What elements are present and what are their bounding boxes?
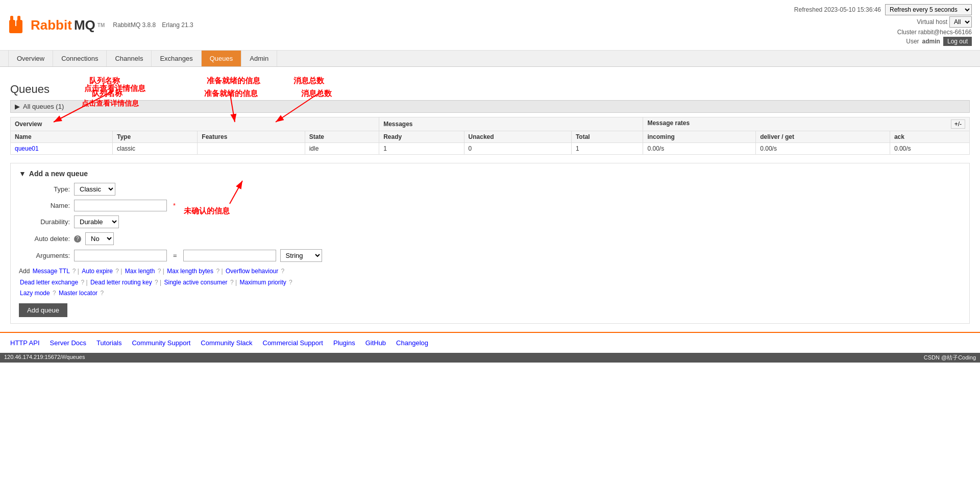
cell-name: queue01 (11, 143, 113, 155)
arg-link-dead-letter-routing-key[interactable]: Dead letter routing key (90, 279, 154, 286)
col-group-overview: Overview (11, 117, 379, 131)
logout-button[interactable]: Log out (943, 37, 972, 46)
cluster-label: Cluster (897, 29, 917, 36)
logo-text: Rabbit (31, 17, 72, 33)
footer-commercial-support[interactable]: Commercial Support (263, 339, 324, 347)
arg-link-overflow-behaviour[interactable]: Overflow behaviour (226, 268, 280, 275)
svg-rect-3 (17, 16, 20, 23)
auto-delete-help[interactable]: ? (74, 235, 81, 243)
nav-queues[interactable]: Queues (202, 51, 242, 66)
nav-exchanges[interactable]: Exchanges (152, 51, 201, 66)
col-state: State (305, 131, 379, 143)
cell-state: idle (305, 143, 379, 155)
col-deliver-get: deliver / get (756, 131, 890, 143)
refreshed-label: Refreshed 2023-05-10 15:36:46 (794, 6, 881, 13)
top-right: Refreshed 2023-05-10 15:36:46 Refresh ev… (794, 4, 972, 46)
refresh-select[interactable]: Refresh every 5 seconds Refresh every 10… (885, 4, 972, 15)
arg-link-message-ttl[interactable]: Message TTL (33, 268, 71, 275)
cell-total: 1 (571, 143, 643, 155)
nav-admin[interactable]: Admin (241, 51, 277, 66)
name-label: Name: (19, 202, 70, 209)
erlang-version: Erlang 21.3 (162, 21, 193, 29)
add-queue-title: Add a new queue (29, 170, 88, 178)
plus-minus-button[interactable]: +/- (951, 119, 965, 129)
arg-link-max-length[interactable]: Max length (125, 268, 157, 275)
footer-plugins[interactable]: Plugins (333, 339, 355, 347)
svg-rect-2 (10, 16, 13, 23)
col-unacked: Unacked (464, 131, 571, 143)
col-type: Type (112, 131, 197, 143)
cell-features (198, 143, 305, 155)
arg-link-dead-letter-exchange[interactable]: Dead letter exchange (20, 279, 80, 286)
arg-type-select[interactable]: String Number Boolean (280, 249, 322, 262)
type-select[interactable]: Classic Quorum (74, 183, 115, 196)
auto-delete-select[interactable]: No Yes (85, 232, 114, 245)
col-group-message-rates: Message rates +/- (643, 117, 970, 131)
arg-link-lazy-mode[interactable]: Lazy mode (20, 290, 52, 297)
cluster-value: rabbit@hecs-66166 (918, 29, 972, 36)
auto-delete-label: Auto delete: (19, 235, 70, 243)
main-nav: Overview Connections Channels Exchanges … (0, 51, 980, 67)
refresh-row: Refreshed 2023-05-10 15:36:46 Refresh ev… (794, 4, 972, 15)
footer-github[interactable]: GitHub (365, 339, 386, 347)
queues-tbody: queue01 classic idle 1 0 1 0.00/s 0.00/s… (11, 143, 970, 155)
queue-link[interactable]: queue01 (15, 145, 39, 152)
add-queue-toggle[interactable]: ▼ Add a new queue (19, 170, 961, 178)
arguments-row: Arguments: = String Number Boolean (19, 249, 961, 262)
durability-row: Durability: Durable Transient (19, 215, 961, 228)
cell-ack: 0.00/s (890, 143, 969, 155)
header: RabbitMQ TM RabbitMQ 3.8.8 Erlang 21.3 R… (0, 0, 980, 51)
rabbit-icon (8, 15, 29, 35)
col-group-messages: Messages (379, 117, 643, 131)
arg-link-max-length-bytes[interactable]: Max length bytes (167, 268, 215, 275)
durability-select[interactable]: Durable Transient (74, 215, 119, 228)
user-label: User (906, 38, 919, 45)
footer-changelog[interactable]: Changelog (396, 339, 428, 347)
add-label: Add (19, 268, 30, 275)
arg-link-auto-expire[interactable]: Auto expire (82, 268, 114, 275)
arg-value-input[interactable] (183, 250, 276, 261)
table-row: queue01 classic idle 1 0 1 0.00/s 0.00/s… (11, 143, 970, 155)
footer-community-support[interactable]: Community Support (132, 339, 190, 347)
rabbitmq-version: RabbitMQ 3.8.8 (113, 21, 156, 29)
args-links: Add Message TTL ? | Auto expire ? | Max … (19, 266, 961, 299)
arg-link-single-active-consumer[interactable]: Single active consumer (164, 279, 229, 286)
col-name: Name (11, 131, 113, 143)
cell-unacked: 0 (464, 143, 571, 155)
nav-connections[interactable]: Connections (53, 51, 107, 66)
nav-channels[interactable]: Channels (107, 51, 152, 66)
name-input[interactable] (74, 200, 167, 211)
durability-label: Durability: (19, 218, 70, 226)
logo-area: RabbitMQ TM RabbitMQ 3.8.8 Erlang 21.3 (8, 15, 193, 35)
arg-link-master-locator[interactable]: Master locator (59, 290, 99, 297)
status-url: 120.46.174.219:15672/#/queues (4, 354, 85, 362)
virtual-host-label: Virtual host (917, 18, 947, 26)
virtual-host-select[interactable]: All / (949, 16, 972, 28)
cell-type: classic (112, 143, 197, 155)
arg-link-maximum-priority[interactable]: Maximum priority (239, 279, 288, 286)
cell-incoming: 0.00/s (643, 143, 756, 155)
footer-tutorials[interactable]: Tutorials (96, 339, 121, 347)
name-row: Name: * (19, 200, 961, 211)
footer-server-docs[interactable]: Server Docs (50, 339, 87, 347)
svg-rect-4 (9, 26, 22, 33)
status-credit: CSDN @桔子Coding (924, 354, 976, 362)
page-title: Queues (10, 83, 970, 96)
nav-overview[interactable]: Overview (8, 51, 53, 66)
col-ready: Ready (379, 131, 464, 143)
type-row: Type: Classic Quorum (19, 183, 961, 196)
all-queues-toggle[interactable]: ▶ All queues (1) (10, 100, 970, 113)
footer-community-slack[interactable]: Community Slack (201, 339, 252, 347)
version-info: RabbitMQ 3.8.8 Erlang 21.3 (113, 21, 193, 29)
toggle-arrow: ▶ (15, 103, 20, 110)
table-container: 队列名称 点击查看详情信息 准备就绪的信息 消息总数 Overview Mess… (10, 117, 970, 155)
arg-key-input[interactable] (74, 250, 167, 261)
main-content: 队列名称 点击查看详情信息 准备就绪的信息 消息总数 Queues ▶ All … (0, 67, 980, 332)
col-incoming: incoming (643, 131, 756, 143)
footer: HTTP API Server Docs Tutorials Community… (0, 332, 980, 353)
add-queue-button[interactable]: Add queue (19, 303, 67, 317)
cell-deliver-get: 0.00/s (756, 143, 890, 155)
logo: RabbitMQ TM (8, 15, 105, 35)
queues-table: Overview Messages Message rates +/- Name… (10, 117, 970, 155)
footer-http-api[interactable]: HTTP API (10, 339, 40, 347)
